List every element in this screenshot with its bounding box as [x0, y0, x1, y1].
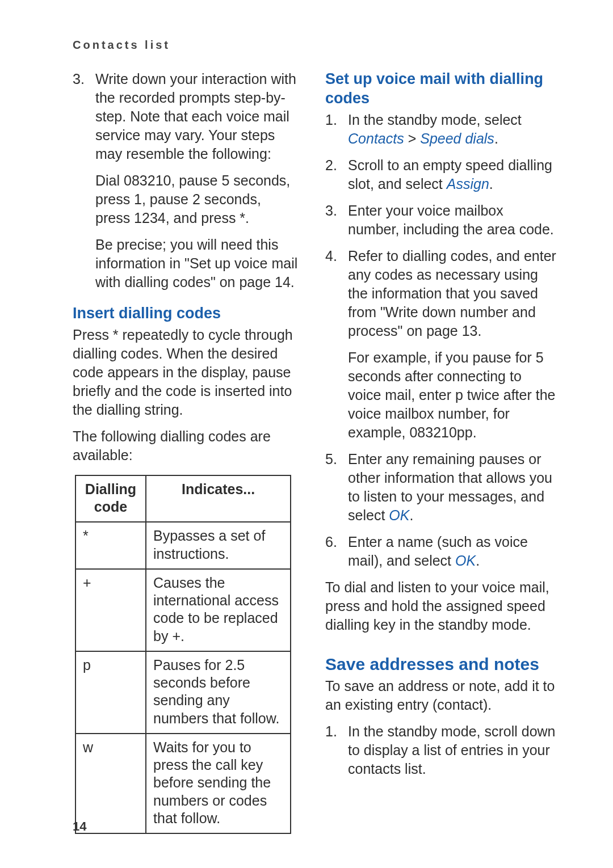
- list-item-sub: Dial 083210, pause 5 seconds, press 1, p…: [95, 171, 298, 227]
- list-item: Enter any remaining pauses or other info…: [325, 450, 557, 525]
- list-item-text: Write down your interaction with the rec…: [95, 71, 296, 162]
- table-cell-desc: Pauses for 2.5 seconds before sending an…: [146, 651, 291, 734]
- paragraph: To save an address or note, add it to an…: [325, 677, 557, 714]
- table-header-cell: Indicates...: [146, 475, 291, 523]
- list-item: Enter a name (such as voice mail), and s…: [325, 533, 557, 570]
- right-column: Set up voice mail with dialling codes In…: [325, 70, 557, 834]
- menu-path: Assign: [447, 176, 489, 192]
- setup-steps: In the standby mode, select Contacts > S…: [325, 111, 557, 570]
- step-text: Enter a name (such as voice mail), and s…: [348, 534, 528, 568]
- step-text: In the standby mode, select: [348, 112, 522, 128]
- step-post: .: [494, 130, 498, 146]
- table-cell-code: *: [75, 522, 146, 569]
- table-cell-code: w: [75, 734, 146, 833]
- step-sub: For example, if you pause for 5 seconds …: [348, 348, 557, 442]
- menu-path: OK: [455, 553, 476, 568]
- menu-path: Contacts: [348, 130, 404, 146]
- manual-page: Contacts list Write down your interactio…: [0, 0, 613, 868]
- list-item: Refer to dialling codes, and enter any c…: [325, 247, 557, 442]
- save-steps: In the standby mode, scroll down to disp…: [325, 722, 557, 778]
- subsection-heading-setup: Set up voice mail with dialling codes: [325, 70, 557, 108]
- menu-path: Speed dials: [420, 130, 494, 146]
- continued-ordered-list: Write down your interaction with the rec…: [73, 70, 298, 292]
- page-number: 14: [73, 819, 86, 834]
- table-cell-desc: Causes the international access code to …: [146, 569, 291, 651]
- table-cell-code: +: [75, 569, 146, 651]
- dialling-codes-table: Dialling code Indicates... * Bypasses a …: [75, 475, 291, 834]
- list-item: Scroll to an empty speed dialling slot, …: [325, 156, 557, 193]
- section-heading-save: Save addresses and notes: [325, 654, 557, 675]
- table-cell-code: p: [75, 651, 146, 734]
- step-text: Enter any remaining pauses or other info…: [348, 451, 552, 523]
- left-column: Write down your interaction with the rec…: [73, 70, 298, 834]
- list-item: In the standby mode, scroll down to disp…: [325, 722, 557, 778]
- step-sep: >: [404, 130, 421, 146]
- table-cell-desc: Waits for you to press the call key befo…: [146, 734, 291, 833]
- list-item: In the standby mode, select Contacts > S…: [325, 111, 557, 148]
- table-cell-desc: Bypasses a set of instructions.: [146, 522, 291, 569]
- list-item: Enter your voice mailbox number, includi…: [325, 201, 557, 239]
- subsection-heading-insert: Insert dialling codes: [73, 304, 298, 323]
- step-text: In the standby mode, scroll down to disp…: [348, 723, 555, 777]
- table-header-cell: Dialling code: [75, 475, 146, 523]
- list-item: Write down your interaction with the rec…: [73, 70, 298, 292]
- step-post: .: [489, 176, 493, 192]
- table-row: p Pauses for 2.5 seconds before sending …: [75, 651, 291, 734]
- step-post: .: [476, 553, 480, 568]
- table-row: * Bypasses a set of instructions.: [75, 522, 291, 569]
- paragraph: Press * repeatedly to cycle through dial…: [73, 326, 298, 419]
- paragraph: To dial and listen to your voice mail, p…: [325, 578, 557, 634]
- table-row: w Waits for you to press the call key be…: [75, 734, 291, 833]
- paragraph: The following dialling codes are availab…: [73, 427, 298, 465]
- step-text: Refer to dialling codes, and enter any c…: [348, 248, 556, 339]
- table-header-row: Dialling code Indicates...: [75, 475, 291, 523]
- list-item-sub: Be precise; you will need this informati…: [95, 235, 298, 292]
- step-post: .: [409, 507, 413, 523]
- step-text: Enter your voice mailbox number, includi…: [348, 203, 554, 237]
- content-columns: Write down your interaction with the rec…: [73, 70, 557, 834]
- menu-path: OK: [389, 507, 409, 523]
- page-header: Contacts list: [73, 39, 557, 52]
- table-row: + Causes the international access code t…: [75, 569, 291, 651]
